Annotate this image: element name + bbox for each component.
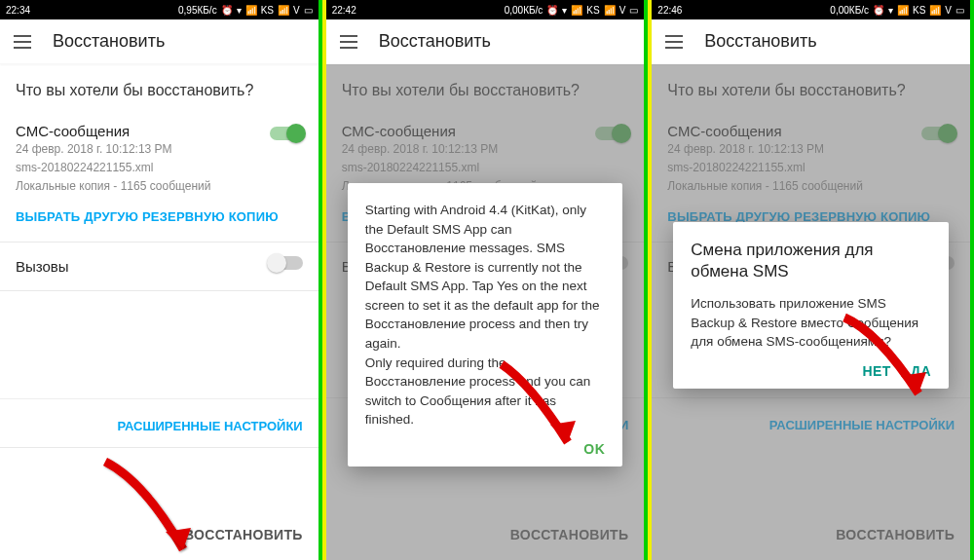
- dialog-ok-button[interactable]: OK: [583, 441, 605, 457]
- status-v: V: [945, 5, 952, 16]
- content-area: Что вы хотели бы восстановить? СМС-сообщ…: [652, 64, 970, 560]
- calls-title: Вызовы: [16, 258, 303, 275]
- status-time: 22:42: [332, 5, 356, 16]
- alarm-icon: ⏰: [221, 5, 233, 16]
- status-speed: 0,95КБ/с: [178, 5, 217, 16]
- signal2-icon: 📶: [278, 5, 289, 16]
- dialog-body: Starting with Android 4.4 (KitKat), only…: [365, 201, 606, 429]
- status-time: 22:46: [657, 5, 682, 16]
- menu-icon[interactable]: [14, 35, 31, 49]
- sms-date: 24 февр. 2018 г. 10:12:13 PM: [16, 141, 303, 158]
- signal2-icon: 📶: [929, 5, 941, 16]
- wifi-icon: ▾: [888, 5, 893, 16]
- phone-screen-3: 22:46 0,00КБ/с ⏰ ▾ 📶 KS 📶 V ▭ Восстанови…: [652, 0, 974, 560]
- signal-icon: 📶: [571, 5, 582, 16]
- battery-icon: ▭: [629, 5, 638, 16]
- status-bar: 22:34 0,95КБ/с ⏰ ▾ 📶 KS 📶 V ▭: [0, 0, 318, 19]
- status-bar: 22:46 0,00КБ/с ⏰ ▾ 📶 KS 📶 V ▭: [652, 0, 970, 19]
- status-time: 22:34: [6, 5, 30, 16]
- advanced-settings-button[interactable]: РАСШИРЕННЫЕ НАСТРОЙКИ: [0, 398, 318, 447]
- dialog-body: Использовать приложение SMS Backup & Res…: [691, 294, 931, 352]
- dialog-yes-button[interactable]: ДА: [911, 363, 931, 379]
- info-dialog: Starting with Android 4.4 (KitKat), only…: [348, 183, 623, 467]
- app-bar: Восстановить: [326, 19, 645, 64]
- page-title: Восстановить: [53, 31, 165, 52]
- calls-toggle[interactable]: [270, 256, 303, 270]
- page-title: Восстановить: [704, 31, 816, 52]
- restore-button[interactable]: ВОССТАНОВИТЬ: [184, 527, 303, 542]
- choose-backup-button[interactable]: ВЫБРАТЬ ДРУГУЮ РЕЗЕРВНУЮ КОПИЮ: [0, 200, 318, 242]
- signal-icon: 📶: [245, 5, 257, 16]
- carrier-label: KS: [586, 5, 599, 16]
- signal2-icon: 📶: [604, 5, 616, 16]
- signal-icon: 📶: [897, 5, 909, 16]
- sms-file: sms-20180224221155.xml: [16, 160, 303, 176]
- menu-icon[interactable]: [340, 35, 357, 49]
- sms-local: Локальные копия - 1165 сообщений: [16, 178, 303, 195]
- status-bar: 22:42 0,00КБ/с ⏰ ▾ 📶 KS 📶 V ▭: [326, 0, 645, 19]
- page-title: Восстановить: [379, 31, 491, 52]
- sms-toggle[interactable]: [270, 127, 303, 140]
- app-bar: Восстановить: [0, 19, 318, 64]
- status-v: V: [293, 5, 300, 16]
- divider: [0, 290, 318, 291]
- alarm-icon: ⏰: [873, 5, 884, 16]
- menu-icon[interactable]: [665, 35, 683, 49]
- carrier-label: KS: [913, 5, 925, 16]
- status-speed: 0,00КБ/с: [505, 5, 543, 16]
- divider: [0, 447, 318, 448]
- sms-title: СМС-сообщения: [16, 123, 303, 139]
- content-area: Что вы хотели бы восстановить? СМС-сообщ…: [0, 64, 318, 560]
- battery-icon: ▭: [304, 5, 313, 16]
- confirm-dialog: Смена приложения для обмена SMS Использо…: [673, 222, 949, 389]
- dialog-no-button[interactable]: НЕТ: [862, 363, 891, 379]
- restore-question: Что вы хотели бы восстановить?: [0, 64, 318, 113]
- carrier-label: KS: [261, 5, 274, 16]
- status-v: V: [619, 5, 626, 16]
- app-bar: Восстановить: [652, 19, 970, 64]
- wifi-icon: ▾: [562, 5, 567, 16]
- alarm-icon: ⏰: [546, 5, 558, 16]
- wifi-icon: ▾: [237, 5, 242, 16]
- dialog-title: Смена приложения для обмена SMS: [691, 240, 931, 282]
- content-area: Что вы хотели бы восстановить? СМС-сообщ…: [326, 64, 645, 560]
- phone-screen-2: 22:42 0,00КБ/с ⏰ ▾ 📶 KS 📶 V ▭ Восстанови…: [326, 0, 649, 560]
- calls-item[interactable]: Вызовы: [0, 243, 318, 290]
- battery-icon: ▭: [955, 5, 964, 16]
- phone-screen-1: 22:34 0,95КБ/с ⏰ ▾ 📶 KS 📶 V ▭ Восстанови…: [0, 0, 322, 560]
- sms-item[interactable]: СМС-сообщения 24 февр. 2018 г. 10:12:13 …: [0, 113, 318, 200]
- status-speed: 0,00КБ/с: [830, 5, 869, 16]
